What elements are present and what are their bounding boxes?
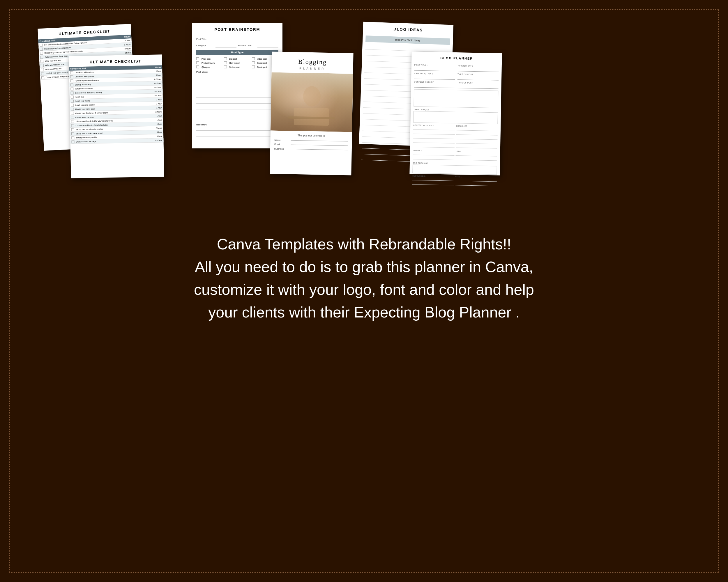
- type-box: [413, 111, 498, 124]
- checklist2-page: ULTIMATE CHECKLIST Completed Task Hours …: [69, 54, 164, 178]
- blogplanner-title: BLOG PLANNER: [412, 52, 502, 63]
- email-label: Email: [274, 143, 289, 146]
- line: [196, 87, 278, 92]
- blogging-subtitle: PLANNER: [300, 67, 326, 73]
- hours-label: 0.5 hour: [150, 90, 161, 92]
- bottom-line4: your clients with their Expecting Blog P…: [208, 304, 520, 321]
- business-label: Business: [274, 147, 289, 150]
- call-to-action-field: CALL TO ACTION :: [414, 72, 455, 79]
- checkbox-label: Product review: [202, 62, 215, 64]
- content-outline-line: [414, 83, 455, 88]
- publish-date-line: [458, 67, 499, 72]
- publish-date-field: PUBLISH DATE :: [458, 64, 499, 72]
- checkbox: [224, 57, 227, 60]
- research-line: [196, 126, 278, 131]
- images-col: IMAGES :: [413, 149, 454, 161]
- email-row: Email: [274, 143, 348, 147]
- line: [196, 82, 278, 86]
- hours-label: 1 hour: [150, 107, 162, 109]
- type-of-post2-field: TYPE OF POST: [458, 82, 498, 89]
- checkbox: [70, 71, 73, 74]
- checkbox-label: Pillar post: [202, 58, 211, 60]
- hours-label: 1 hour: [151, 135, 162, 137]
- checklist-col: CHECKLIST :: [456, 125, 498, 149]
- ol4: [413, 139, 454, 143]
- ol2: [413, 130, 455, 134]
- hours-label: 2 hours: [150, 111, 162, 113]
- name-row: Name: [274, 139, 348, 143]
- category-line: [215, 44, 236, 48]
- hours-label: 0.5 hour: [150, 94, 162, 96]
- checkbox: [71, 136, 74, 139]
- blogideas-header-bar: Blog Post Topic Ideas: [365, 35, 450, 45]
- ol5: [413, 143, 454, 147]
- line: [196, 111, 278, 115]
- checkbox: [71, 128, 74, 131]
- hours-label: 3 hours: [120, 52, 131, 54]
- checkbox: [252, 65, 255, 68]
- ol1: [413, 126, 455, 130]
- checkbox: [40, 44, 43, 47]
- task-label: Create contact me page: [76, 139, 151, 143]
- blogplanner-page: BLOG PLANNER POST TITLE : PUBLISH DATE :…: [410, 52, 502, 175]
- checkbox: [40, 56, 43, 59]
- research-label: Research:: [196, 123, 278, 126]
- blogging-photo: [270, 73, 353, 132]
- post-title-row: Post Title:: [196, 37, 278, 41]
- links-col: LINKS :: [456, 150, 497, 162]
- checkbox: [41, 68, 44, 71]
- task-label: Install your theme: [75, 99, 150, 102]
- hours-label: 1 hour: [150, 119, 162, 121]
- type-of-post1-label: TYPE OF POST :: [458, 73, 498, 76]
- research-line: [196, 138, 278, 142]
- checkbox: [71, 112, 74, 115]
- r2: [412, 181, 454, 185]
- bottom-line2: All you need to do is to grab this plann…: [195, 258, 533, 275]
- checkbox: [196, 61, 199, 64]
- notes-col: NOTES :: [455, 176, 497, 187]
- line: [196, 105, 278, 109]
- post-type-section: Post Type: [196, 50, 278, 55]
- lnk1: [456, 152, 497, 156]
- blogging-title: Blogging: [295, 52, 330, 67]
- type-of-post1-field: TYPE OF POST :: [458, 73, 498, 80]
- checkbox-howto: How to post: [224, 61, 251, 64]
- hours-label: 0.5 hour: [151, 139, 162, 141]
- task-label: Connect your domain to hosting: [75, 90, 150, 94]
- hours-label: 1 hour: [150, 123, 162, 125]
- cl1: [456, 127, 498, 131]
- hours-label: 0.5 hour: [150, 82, 161, 84]
- hours-label: 1 hour: [150, 115, 162, 117]
- hours-label: 2 hours: [119, 44, 130, 46]
- checkbox: [71, 87, 73, 90]
- task-label: Decide on a blog niche: [75, 70, 149, 73]
- resources-col: RESOURCES :: [412, 175, 454, 186]
- post-ideas-lines: [196, 76, 278, 121]
- post-title-label: POST TITLE :: [414, 64, 456, 66]
- blogging-cover: Blogging PLANNER This planner belongs to…: [270, 52, 353, 175]
- hours-label: 1 hour: [150, 103, 162, 105]
- main-content: ULTIMATE CHECKLIST Completed Task Hours …: [18, 18, 710, 564]
- checklist2-rows: Decide on a blog niche 1 hour Decide on …: [69, 69, 163, 144]
- hours-label: 2 hours: [119, 48, 131, 50]
- publish-date-label: Publish Date:: [238, 44, 256, 47]
- checkbox: [41, 64, 44, 67]
- documents-area: ULTIMATE CHECKLIST Completed Task Hours …: [18, 18, 710, 215]
- resources-notes-grid: RESOURCES : NOTES :: [412, 175, 497, 187]
- publish-date-label: PUBLISH DATE :: [458, 64, 499, 67]
- hours-label: 1 hour: [149, 74, 161, 76]
- line: [196, 116, 278, 121]
- checkbox: [224, 61, 227, 64]
- post-title-label: Post Title:: [196, 38, 214, 40]
- post-type-checkboxes: Pillar post List post Video post Product…: [196, 57, 278, 68]
- task-label: Set up your social media profiles: [76, 127, 151, 130]
- task-label: Install essential plugins: [75, 103, 150, 106]
- blogplanner-body: POST TITLE : PUBLISH DATE : CALL TO ACTI…: [409, 61, 502, 191]
- task-label: Sign up for hosting: [75, 82, 150, 86]
- photo-overlay: [270, 73, 353, 132]
- checkbox: [71, 108, 74, 111]
- checkbox-pillar: Pillar post: [196, 57, 223, 60]
- category-row: Category: Publish Date:: [196, 44, 278, 48]
- type-of-post2-line: [458, 84, 498, 89]
- checklist1-header-completed: Completed: [39, 39, 51, 42]
